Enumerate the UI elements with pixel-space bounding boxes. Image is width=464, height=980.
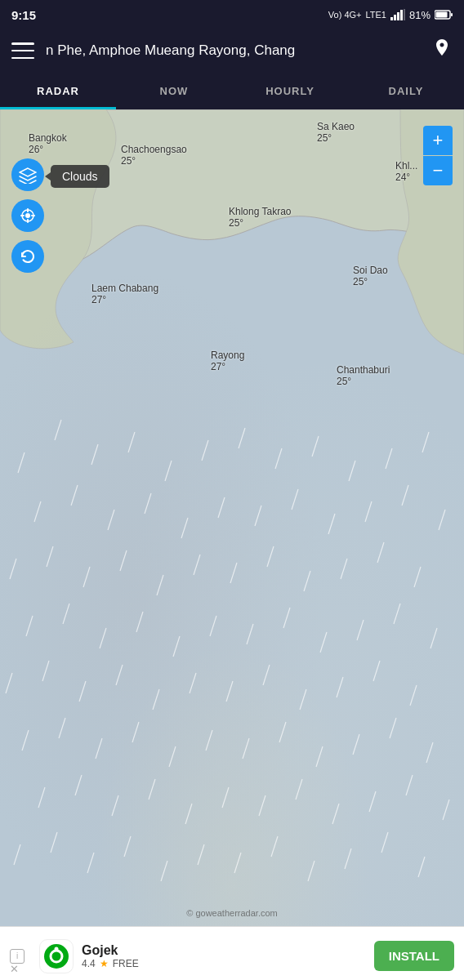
city-chachoengsao: Chachoengsao 25° bbox=[121, 144, 187, 167]
city-chanthaburi: Chanthaburi 25° bbox=[337, 364, 390, 387]
location-title: n Phe, Amphoe Mueang Rayong, Chang bbox=[46, 42, 431, 59]
top-nav: n Phe, Amphoe Mueang Rayong, Chang bbox=[0, 29, 464, 72]
refresh-button[interactable] bbox=[11, 240, 44, 273]
map-svg bbox=[0, 109, 464, 926]
tab-now[interactable]: NOW bbox=[116, 72, 232, 109]
svg-rect-3 bbox=[400, 10, 403, 20]
menu-icon[interactable] bbox=[11, 42, 34, 59]
zoom-in-button[interactable]: + bbox=[423, 126, 453, 155]
city-soi-dao: Soi Dao 25° bbox=[353, 265, 388, 287]
ad-app-name: Gojek bbox=[82, 943, 366, 958]
city-sa-kaeo: Sa Kaeo 25° bbox=[317, 121, 355, 144]
svg-point-112 bbox=[55, 947, 59, 951]
status-right: Vo) 4G+ LTE1 81% bbox=[328, 9, 453, 21]
signal-bars-icon bbox=[390, 9, 405, 20]
ad-logo bbox=[39, 939, 74, 973]
city-khl: Khl... 24° bbox=[395, 160, 417, 183]
ad-info-icon[interactable]: i bbox=[10, 949, 25, 964]
svg-rect-7 bbox=[451, 13, 453, 16]
svg-rect-2 bbox=[397, 12, 399, 20]
signal-label: Vo) 4G+ bbox=[328, 10, 362, 20]
svg-point-108 bbox=[25, 213, 30, 218]
city-khlong-takrao: Khlong Takrao 25° bbox=[229, 206, 292, 229]
ad-meta: 4.4 ★ FREE bbox=[82, 958, 366, 969]
battery-percent: 81% bbox=[409, 9, 431, 21]
map-watermark: © goweatherradar.com bbox=[186, 908, 277, 918]
svg-rect-6 bbox=[436, 12, 448, 18]
ad-free-label: FREE bbox=[113, 958, 139, 969]
left-controls bbox=[11, 158, 44, 273]
tab-hourly[interactable]: HOURLY bbox=[232, 72, 348, 109]
location-button[interactable] bbox=[11, 199, 44, 232]
map-area[interactable]: Bangkok 26° Chachoengsao 25° Sa Kaeo 25°… bbox=[0, 109, 464, 926]
city-bangkok: Bangkok 26° bbox=[29, 132, 67, 155]
tab-daily[interactable]: DAILY bbox=[348, 72, 464, 109]
tab-bar: RADAR NOW HOURLY DAILY bbox=[0, 72, 464, 109]
ad-text-area: Gojek 4.4 ★ FREE bbox=[82, 943, 366, 969]
install-button[interactable]: INSTALL bbox=[374, 941, 454, 971]
time-display: 9:15 bbox=[11, 8, 36, 22]
zoom-out-button[interactable]: − bbox=[423, 156, 453, 185]
lte-label: LTE1 bbox=[365, 10, 386, 20]
svg-rect-1 bbox=[394, 15, 396, 20]
zoom-controls: + − bbox=[423, 126, 453, 185]
svg-rect-0 bbox=[390, 17, 393, 20]
layers-button[interactable] bbox=[11, 158, 44, 191]
ad-star-icon: ★ bbox=[100, 958, 109, 969]
battery-icon bbox=[435, 10, 453, 20]
svg-rect-4 bbox=[404, 9, 405, 20]
city-rayong: Rayong 27° bbox=[211, 350, 244, 372]
tab-radar[interactable]: RADAR bbox=[0, 72, 116, 109]
location-pin-icon[interactable] bbox=[431, 38, 453, 64]
ad-banner: i ✕ Gojek 4.4 ★ FREE INSTALL bbox=[0, 926, 464, 980]
status-bar: 9:15 Vo) 4G+ LTE1 81% bbox=[0, 0, 464, 29]
ad-rating: 4.4 bbox=[82, 958, 96, 969]
ad-close-icon[interactable]: ✕ bbox=[10, 963, 19, 975]
svg-rect-11 bbox=[0, 109, 464, 926]
clouds-tooltip: Clouds bbox=[51, 165, 109, 188]
city-laem-chabang: Laem Chabang 27° bbox=[91, 283, 158, 305]
